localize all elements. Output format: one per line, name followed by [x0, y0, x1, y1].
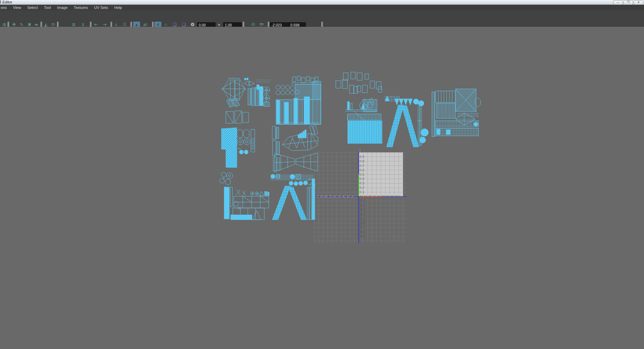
- window-icon: [0, 0, 1, 4]
- svg-text:0.6: 0.6: [359, 168, 365, 172]
- svg-text:0.1: 0.1: [359, 190, 364, 194]
- fan-bowtie-shell: [272, 122, 320, 172]
- close-button[interactable]: ✕: [634, 0, 643, 5]
- svg-text:0.9: 0.9: [359, 155, 365, 159]
- window-title: Editor: [2, 0, 12, 4]
- svg-text:-0.6: -0.6: [359, 221, 365, 225]
- svg-text:-0.3: -0.3: [359, 208, 365, 212]
- svg-text:1: 1: [359, 149, 361, 152]
- toolbar: ⊞✥✎✖⇹◭⟳≣♯⇤⇥⠶⠿▲⇄#∩❏❏❂0.00◑1.00⟲⟳PSD-2.023…: [0, 10, 644, 27]
- svg-text:-0.8: -0.8: [359, 230, 365, 234]
- mesh-block-shell: [432, 89, 481, 137]
- menu-help[interactable]: Help: [111, 5, 125, 10]
- minimize-button[interactable]: —: [613, 0, 623, 5]
- svg-text:-1: -1: [313, 195, 316, 198]
- uv-canvas[interactable]: 0.10.20.30.40.50.60.70.80.9-0.1-0.2-0.3-…: [0, 27, 644, 349]
- svg-text:-0.9: -0.9: [316, 195, 322, 198]
- uv-texture-editor-window: Editor —❐✕ onsViewSelectToolImageTexture…: [0, 0, 644, 349]
- svg-text:0.9: 0.9: [396, 195, 401, 198]
- svg-text:0.7: 0.7: [359, 164, 364, 167]
- lambda-strip-shell: [271, 174, 315, 220]
- menu-ons[interactable]: ons: [0, 5, 10, 10]
- lambda-legs-shell: [384, 96, 428, 147]
- svg-text:0.5: 0.5: [359, 173, 364, 176]
- svg-text:1: 1: [403, 195, 405, 198]
- dense-strip-shell: [276, 76, 321, 124]
- svg-text:0.8: 0.8: [359, 160, 365, 163]
- svg-text:-0.1: -0.1: [359, 199, 365, 203]
- menu-textures[interactable]: Textures: [71, 5, 91, 10]
- menu-uv-sets[interactable]: UV Sets: [91, 5, 111, 10]
- menu-tool[interactable]: Tool: [41, 5, 54, 10]
- svg-text:-0.2: -0.2: [359, 204, 365, 207]
- scattered-quads: [336, 72, 382, 93]
- platform-block-shell: [345, 98, 382, 143]
- restore-button[interactable]: ❐: [623, 0, 633, 5]
- menu-bar: onsViewSelectToolImageTexturesUV SetsHel…: [0, 5, 644, 10]
- window-controls: —❐✕: [613, 0, 643, 5]
- svg-text:0.3: 0.3: [359, 182, 364, 185]
- menu-image[interactable]: Image: [54, 5, 71, 10]
- titlebar[interactable]: Editor —❐✕: [0, 0, 644, 5]
- svg-text:-0.4: -0.4: [359, 213, 365, 216]
- svg-text:-0.5: -0.5: [359, 217, 365, 221]
- svg-text:0.4: 0.4: [359, 177, 365, 181]
- svg-text:-0.7: -0.7: [359, 226, 365, 229]
- table-grid-shell: [220, 172, 269, 220]
- uv-viewport: 0.10.20.30.40.50.60.70.80.9-0.1-0.2-0.3-…: [0, 27, 644, 349]
- svg-text:0.2: 0.2: [359, 186, 364, 189]
- svg-text:0: 0: [359, 195, 361, 198]
- menu-view[interactable]: View: [10, 5, 24, 10]
- svg-text:-0.9: -0.9: [359, 235, 365, 238]
- hatched-block-shell: [221, 128, 255, 167]
- hexagon-shell: [221, 78, 271, 123]
- menu-select[interactable]: Select: [24, 5, 41, 10]
